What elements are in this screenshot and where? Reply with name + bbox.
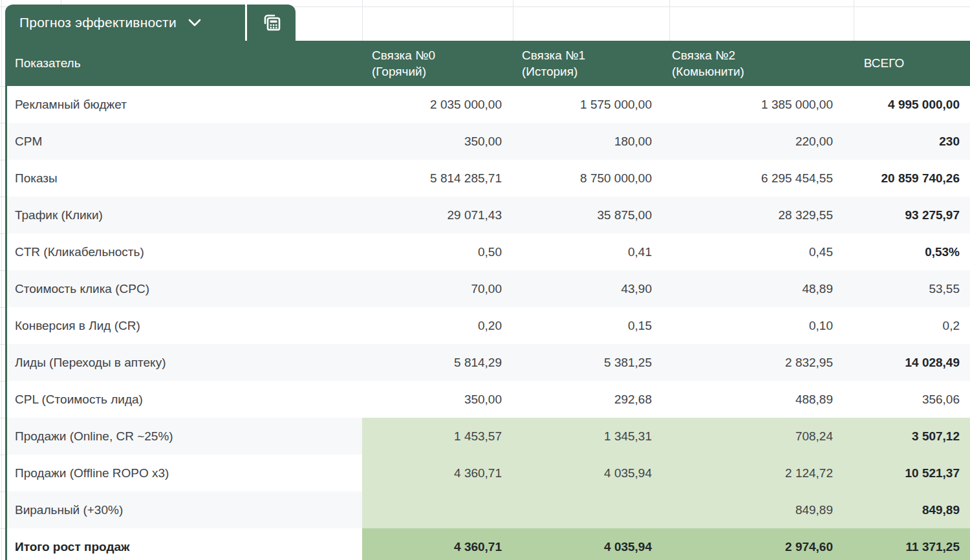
value-cell[interactable]: 1 385 000,00 — [662, 86, 843, 123]
value-cell[interactable]: 350,00 — [362, 381, 512, 418]
table-row-total: Итого рост продаж 4 360,71 4 035,94 2 97… — [7, 528, 970, 560]
value-cell[interactable]: 6 295 454,55 — [662, 160, 843, 197]
table-row: Лиды (Переходы в аптеку) 5 814,29 5 381,… — [7, 344, 970, 381]
header-line: Связка №0 — [372, 47, 435, 63]
total-cell[interactable]: 53,55 — [843, 270, 970, 307]
value-cell[interactable] — [362, 491, 512, 528]
value-cell[interactable]: 1 345,31 — [512, 418, 662, 455]
header-line: Связка №2 — [672, 47, 735, 63]
table-row: CPM 350,00 180,00 220,00 230 — [7, 123, 970, 160]
metric-cell[interactable]: Конверсия в Лид (CR) — [7, 307, 362, 344]
table-header-row: Показатель Связка №0 (Горячий) Связка №1… — [7, 41, 970, 86]
total-cell[interactable]: 93 275,97 — [843, 197, 970, 233]
metric-cell[interactable]: CPM — [7, 123, 362, 160]
total-cell[interactable]: 4 995 000,00 — [843, 86, 970, 123]
value-cell[interactable]: 70,00 — [362, 270, 512, 307]
table-name-label: Прогноз эффективности — [19, 15, 177, 30]
value-cell[interactable]: 220,00 — [662, 123, 843, 160]
value-cell[interactable]: 0,41 — [512, 233, 662, 270]
metric-cell[interactable]: Показы — [7, 160, 362, 197]
metric-cell[interactable]: Продажи (Online, CR ~25%) — [7, 418, 362, 455]
table-tools-button[interactable] — [247, 5, 296, 41]
table-calculator-icon — [259, 10, 285, 36]
value-cell[interactable]: 4 360,71 — [362, 455, 512, 491]
metric-cell[interactable]: Стоимость клика (CPC) — [7, 270, 362, 307]
header-line: (Горячий) — [372, 63, 426, 80]
total-cell[interactable]: 11 371,25 — [843, 528, 970, 560]
header-line: (История) — [522, 63, 577, 80]
value-cell[interactable]: 4 035,94 — [512, 528, 662, 560]
value-cell[interactable]: 849,89 — [662, 491, 843, 528]
value-cell[interactable]: 1 453,57 — [362, 418, 512, 455]
total-cell[interactable]: 849,89 — [843, 491, 970, 528]
table-row: Конверсия в Лид (CR) 0,20 0,15 0,10 0,2 — [7, 307, 970, 344]
value-cell[interactable]: 29 071,43 — [362, 197, 512, 233]
value-cell[interactable]: 708,24 — [662, 418, 843, 455]
metric-cell[interactable]: Продажи (Offline ROPO x3) — [7, 455, 362, 491]
total-cell[interactable]: 14 028,49 — [843, 344, 970, 381]
metric-cell[interactable]: Рекламный бюджет — [7, 86, 362, 123]
table-row: Продажи (Offline ROPO x3) 4 360,71 4 035… — [7, 455, 970, 491]
value-cell[interactable]: 0,10 — [662, 307, 843, 344]
total-cell[interactable]: 10 521,37 — [843, 455, 970, 491]
value-cell[interactable]: 292,68 — [512, 381, 662, 418]
metric-cell[interactable]: CTR (Кликабельность) — [7, 233, 362, 270]
value-cell[interactable]: 5 814,29 — [362, 344, 512, 381]
value-cell[interactable]: 4 035,94 — [512, 455, 662, 491]
column-header-bundle-2[interactable]: Связка №2 (Комьюнити) — [662, 41, 843, 86]
value-cell[interactable]: 488,89 — [662, 381, 843, 418]
metric-cell[interactable]: Итого рост продаж — [7, 528, 362, 560]
total-cell[interactable]: 20 859 740,26 — [843, 160, 970, 197]
value-cell[interactable]: 350,00 — [362, 123, 512, 160]
value-cell[interactable]: 2 832,95 — [662, 344, 843, 381]
value-cell[interactable]: 180,00 — [512, 123, 662, 160]
gridline — [854, 0, 854, 41]
value-cell[interactable]: 4 360,71 — [362, 528, 512, 560]
value-cell[interactable]: 1 575 000,00 — [512, 86, 662, 123]
value-cell[interactable]: 5 381,25 — [512, 344, 662, 381]
forecast-table: Показатель Связка №0 (Горячий) Связка №1… — [5, 41, 970, 560]
total-cell[interactable]: 3 507,12 — [843, 418, 970, 455]
value-cell[interactable]: 48,89 — [662, 270, 843, 307]
table-row: Показы 5 814 285,71 8 750 000,00 6 295 4… — [7, 160, 970, 197]
column-header-total[interactable]: ВСЕГО — [843, 41, 970, 86]
total-cell[interactable]: 230 — [843, 123, 970, 160]
value-cell[interactable]: 0,45 — [662, 233, 843, 270]
value-cell[interactable]: 2 035 000,00 — [362, 86, 512, 123]
table-row: Стоимость клика (CPC) 70,00 43,90 48,89 … — [7, 270, 970, 307]
table-row: Трафик (Клики) 29 071,43 35 875,00 28 32… — [7, 197, 970, 233]
value-cell[interactable]: 2 124,72 — [662, 455, 843, 491]
column-header-bundle-0[interactable]: Связка №0 (Горячий) — [362, 41, 512, 86]
value-cell[interactable]: 28 329,55 — [662, 197, 843, 233]
gridline — [1, 0, 2, 560]
table-row: Виральный (+30%) 849,89 849,89 — [7, 491, 970, 528]
value-cell[interactable] — [512, 491, 662, 528]
chevron-down-icon — [187, 18, 202, 27]
table-row: CPL (Стоимость лида) 350,00 292,68 488,8… — [7, 381, 970, 418]
value-cell[interactable]: 0,15 — [512, 307, 662, 344]
value-cell[interactable]: 0,50 — [362, 233, 512, 270]
value-cell[interactable]: 5 814 285,71 — [362, 160, 512, 197]
metric-cell[interactable]: Лиды (Переходы в аптеку) — [7, 344, 362, 381]
metric-cell[interactable]: CPL (Стоимость лида) — [7, 381, 362, 418]
table-row: CTR (Кликабельность) 0,50 0,41 0,45 0,53… — [7, 233, 970, 270]
metric-cell[interactable]: Трафик (Клики) — [7, 197, 362, 233]
header-line: Связка №1 — [522, 47, 585, 63]
table-row: Продажи (Online, CR ~25%) 1 453,57 1 345… — [7, 418, 970, 455]
metric-cell[interactable]: Виральный (+30%) — [7, 491, 362, 528]
table-name-tab[interactable]: Прогноз эффективности — [5, 5, 245, 41]
column-header-metric[interactable]: Показатель — [7, 41, 362, 86]
value-cell[interactable]: 0,20 — [362, 307, 512, 344]
total-cell[interactable]: 356,06 — [843, 381, 970, 418]
total-cell[interactable]: 0,53% — [843, 233, 970, 270]
total-cell[interactable]: 0,2 — [843, 307, 970, 344]
table-row: Рекламный бюджет 2 035 000,00 1 575 000,… — [7, 86, 970, 123]
column-header-bundle-1[interactable]: Связка №1 (История) — [512, 41, 662, 86]
value-cell[interactable]: 2 974,60 — [662, 528, 843, 560]
value-cell[interactable]: 8 750 000,00 — [512, 160, 662, 197]
gridline — [513, 0, 513, 41]
header-line: (Комьюнити) — [672, 63, 744, 80]
value-cell[interactable]: 43,90 — [512, 270, 662, 307]
value-cell[interactable]: 35 875,00 — [512, 197, 662, 233]
gridline — [669, 0, 670, 41]
